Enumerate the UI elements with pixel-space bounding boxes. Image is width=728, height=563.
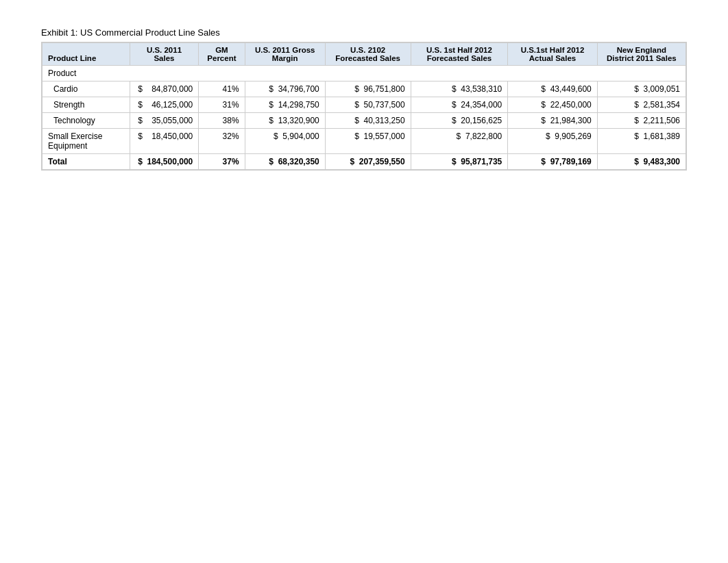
forecast-2102: $ 40,313,250 [325,113,411,129]
gross-margin: $ 14,298,750 [245,97,325,113]
total-actual-half: $ 97,789,169 [508,154,597,170]
small-us-sales: $ 18,450,000 [130,129,199,154]
us-sales: $ 84,870,000 [130,82,199,97]
gross-margin: $ 13,320,900 [245,113,325,129]
col-header-gross-margin: U.S. 2011 Gross Margin [245,43,325,66]
col-header-gm-percent: GM Percent [199,43,245,66]
total-row: Total $ 184,500,000 37% $ 68,320,350 $ 2… [43,154,686,170]
small-gm-pct: 32% [199,129,245,154]
row-label: Technology [43,113,130,129]
small-ne-district: $ 1,681,389 [597,129,685,154]
gm-pct: 38% [199,113,245,129]
forecast-2102: $ 96,751,800 [325,82,411,97]
total-gm-pct: 37% [199,154,245,170]
exhibit-title: Exhibit 1: US Commercial Product Line Sa… [41,27,687,38]
gm-pct: 41% [199,82,245,97]
table-row: Technology $ 35,055,000 38% $ 13,320,900… [43,113,686,129]
total-us-sales: $ 184,500,000 [130,154,199,170]
small-actual-half: $ 9,905,269 [508,129,597,154]
category-small-label: Small Exercise Equipment [43,129,130,154]
forecast-half: $ 43,538,310 [411,82,508,97]
table-row: Strength $ 46,125,000 31% $ 14,298,750 $… [43,97,686,113]
gross-margin: $ 34,796,700 [245,82,325,97]
total-gross-margin: $ 68,320,350 [245,154,325,170]
total-forecast-half: $ 95,871,735 [411,154,508,170]
total-label: Total [43,154,130,170]
col-header-forecast-half: U.S. 1st Half 2012 Forecasted Sales [411,43,508,66]
category-product-label: Product [43,66,686,82]
total-forecast-2102: $ 207,359,550 [325,154,411,170]
ne-district: $ 2,211,506 [597,113,685,129]
sales-table: Product Line U.S. 2011 Sales GM Percent … [42,42,686,170]
table-row: Cardio $ 84,870,000 41% $ 34,796,700 $ 9… [43,82,686,97]
col-header-actual-half: U.S.1st Half 2012 Actual Sales [508,43,597,66]
gm-pct: 31% [199,97,245,113]
col-header-forecast-2102: U.S. 2102 Forecasted Sales [325,43,411,66]
small-gross-margin: $ 5,904,000 [245,129,325,154]
col-header-us-2011-sales: U.S. 2011 Sales [130,43,199,66]
actual-half: $ 43,449,600 [508,82,597,97]
table-wrapper: Product Line U.S. 2011 Sales GM Percent … [41,42,687,171]
forecast-2102: $ 50,737,500 [325,97,411,113]
col-header-product-line: Product Line [43,43,130,66]
page: Exhibit 1: US Commercial Product Line Sa… [0,0,728,200]
col-header-ne-district: New England District 2011 Sales [597,43,685,66]
small-forecast-half: $ 7,822,800 [411,129,508,154]
us-sales: $ 46,125,000 [130,97,199,113]
actual-half: $ 22,450,000 [508,97,597,113]
ne-district: $ 3,009,051 [597,82,685,97]
ne-district: $ 2,581,354 [597,97,685,113]
actual-half: $ 21,984,300 [508,113,597,129]
row-label: Cardio [43,82,130,97]
row-label: Strength [43,97,130,113]
small-forecast-2102: $ 19,557,000 [325,129,411,154]
forecast-half: $ 20,156,625 [411,113,508,129]
total-ne-district: $ 9,483,300 [597,154,685,170]
forecast-half: $ 24,354,000 [411,97,508,113]
us-sales: $ 35,055,000 [130,113,199,129]
